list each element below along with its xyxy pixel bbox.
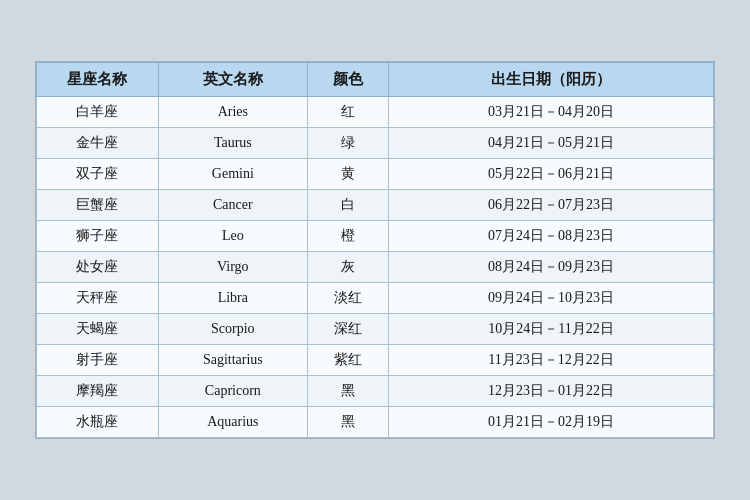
- cell-date: 09月24日－10月23日: [389, 283, 714, 314]
- cell-en-name: Taurus: [158, 128, 307, 159]
- cell-zh-name: 金牛座: [37, 128, 159, 159]
- cell-date: 01月21日－02月19日: [389, 407, 714, 438]
- cell-date: 07月24日－08月23日: [389, 221, 714, 252]
- cell-date: 05月22日－06月21日: [389, 159, 714, 190]
- cell-en-name: Virgo: [158, 252, 307, 283]
- cell-zh-name: 双子座: [37, 159, 159, 190]
- cell-zh-name: 天秤座: [37, 283, 159, 314]
- table-row: 天蝎座Scorpio深红10月24日－11月22日: [37, 314, 714, 345]
- cell-color: 白: [307, 190, 388, 221]
- cell-en-name: Cancer: [158, 190, 307, 221]
- header-en-name: 英文名称: [158, 63, 307, 97]
- table-row: 白羊座Aries红03月21日－04月20日: [37, 97, 714, 128]
- cell-zh-name: 巨蟹座: [37, 190, 159, 221]
- cell-color: 黑: [307, 407, 388, 438]
- cell-color: 灰: [307, 252, 388, 283]
- header-zh-name: 星座名称: [37, 63, 159, 97]
- header-date: 出生日期（阳历）: [389, 63, 714, 97]
- cell-date: 10月24日－11月22日: [389, 314, 714, 345]
- cell-date: 12月23日－01月22日: [389, 376, 714, 407]
- cell-color: 黄: [307, 159, 388, 190]
- cell-date: 04月21日－05月21日: [389, 128, 714, 159]
- table-row: 狮子座Leo橙07月24日－08月23日: [37, 221, 714, 252]
- cell-en-name: Aquarius: [158, 407, 307, 438]
- cell-color: 橙: [307, 221, 388, 252]
- cell-zh-name: 射手座: [37, 345, 159, 376]
- cell-en-name: Aries: [158, 97, 307, 128]
- cell-color: 红: [307, 97, 388, 128]
- cell-zh-name: 白羊座: [37, 97, 159, 128]
- cell-zh-name: 处女座: [37, 252, 159, 283]
- table-row: 处女座Virgo灰08月24日－09月23日: [37, 252, 714, 283]
- table-row: 水瓶座Aquarius黑01月21日－02月19日: [37, 407, 714, 438]
- cell-date: 06月22日－07月23日: [389, 190, 714, 221]
- cell-en-name: Gemini: [158, 159, 307, 190]
- table-row: 双子座Gemini黄05月22日－06月21日: [37, 159, 714, 190]
- cell-color: 绿: [307, 128, 388, 159]
- table-row: 天秤座Libra淡红09月24日－10月23日: [37, 283, 714, 314]
- cell-zh-name: 狮子座: [37, 221, 159, 252]
- table-row: 金牛座Taurus绿04月21日－05月21日: [37, 128, 714, 159]
- table-row: 射手座Sagittarius紫红11月23日－12月22日: [37, 345, 714, 376]
- table-row: 巨蟹座Cancer白06月22日－07月23日: [37, 190, 714, 221]
- cell-color: 紫红: [307, 345, 388, 376]
- zodiac-table: 星座名称 英文名称 颜色 出生日期（阳历） 白羊座Aries红03月21日－04…: [36, 62, 714, 438]
- cell-date: 03月21日－04月20日: [389, 97, 714, 128]
- cell-color: 黑: [307, 376, 388, 407]
- cell-zh-name: 天蝎座: [37, 314, 159, 345]
- cell-en-name: Leo: [158, 221, 307, 252]
- table-row: 摩羯座Capricorn黑12月23日－01月22日: [37, 376, 714, 407]
- header-color: 颜色: [307, 63, 388, 97]
- cell-en-name: Libra: [158, 283, 307, 314]
- zodiac-table-container: 星座名称 英文名称 颜色 出生日期（阳历） 白羊座Aries红03月21日－04…: [35, 61, 715, 439]
- cell-date: 11月23日－12月22日: [389, 345, 714, 376]
- cell-zh-name: 水瓶座: [37, 407, 159, 438]
- cell-en-name: Scorpio: [158, 314, 307, 345]
- cell-color: 深红: [307, 314, 388, 345]
- cell-en-name: Sagittarius: [158, 345, 307, 376]
- table-header-row: 星座名称 英文名称 颜色 出生日期（阳历）: [37, 63, 714, 97]
- cell-en-name: Capricorn: [158, 376, 307, 407]
- cell-color: 淡红: [307, 283, 388, 314]
- cell-zh-name: 摩羯座: [37, 376, 159, 407]
- cell-date: 08月24日－09月23日: [389, 252, 714, 283]
